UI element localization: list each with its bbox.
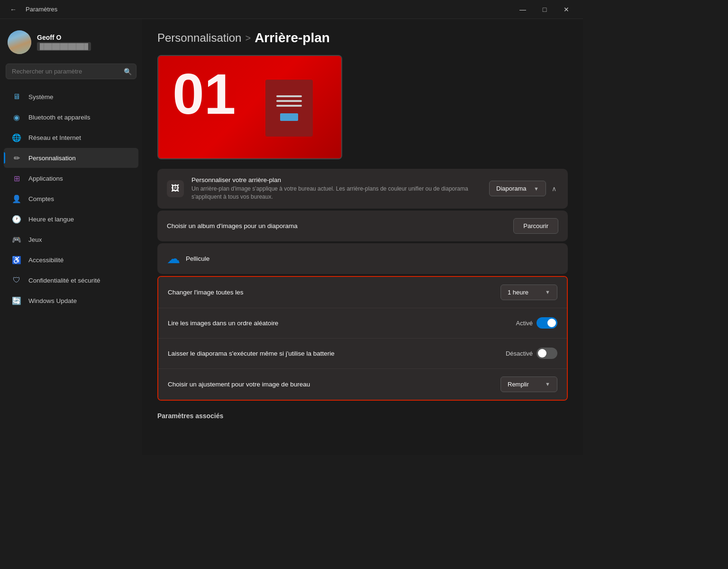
search-icon: 🔍 — [124, 68, 132, 75]
heure-icon: 🕐 — [11, 214, 22, 224]
album-panel: Choisir un album d'images pour un diapor… — [157, 211, 568, 241]
personnalisation-icon: ✏ — [11, 153, 22, 163]
breadcrumb-separator: > — [245, 33, 251, 44]
changer-image-label: Changer l'image toutes les — [168, 289, 500, 296]
dropdown-chevron-down: ▼ — [534, 186, 539, 192]
main-content: Personnalisation > Arrière-plan 01 🖼 — [142, 19, 583, 455]
sidebar-item-accessibilite[interactable]: ♿ Accessibilité — [4, 250, 138, 270]
sidebar-label-jeux: Jeux — [28, 236, 42, 243]
sidebar-item-reseau[interactable]: 🌐 Réseau et Internet — [4, 128, 138, 147]
sidebar-label-windows-update: Windows Update — [28, 297, 77, 304]
lire-aleatoire-status: Activé — [516, 320, 533, 327]
album-content: Choisir un album d'images pour un diapor… — [167, 222, 513, 229]
breadcrumb-parent[interactable]: Personnalisation — [157, 31, 241, 45]
sidebar-label-comptes: Comptes — [28, 195, 54, 202]
sidebar-item-jeux[interactable]: 🎮 Jeux — [4, 229, 138, 249]
album-control: Parcourir — [513, 218, 558, 234]
close-button[interactable]: ✕ — [555, 2, 577, 17]
sidebar-item-personnalisation[interactable]: ✏ Personnalisation — [4, 148, 138, 168]
sidebar-label-accessibilite: Accessibilité — [28, 257, 64, 264]
search-input[interactable] — [6, 64, 136, 79]
breadcrumb: Personnalisation > Arrière-plan — [157, 30, 568, 46]
ajustement-content: Choisir un ajustement pour votre image d… — [168, 381, 500, 388]
user-section: Geoff O ████████████ — [0, 27, 142, 64]
interval-chevron-down: ▼ — [545, 289, 550, 295]
toggle-thumb-off — [538, 349, 546, 358]
personalisation-panel: 🖼 Personnaliser votre arrière-plan Un ar… — [157, 169, 568, 209]
lire-aleatoire-content: Lire les images dans un ordre aléatoire — [168, 320, 516, 327]
lire-aleatoire-control: Activé — [516, 317, 557, 329]
sidebar-item-confidentialite[interactable]: 🛡 Confidentialité et sécurité — [4, 270, 138, 290]
dropdown-value: Diaporama — [496, 185, 527, 192]
sidebar-label-heure: Heure et langue — [28, 216, 74, 223]
sidebar-label-confidentialite: Confidentialité et sécurité — [28, 277, 100, 284]
systeme-icon: 🖥 — [11, 92, 22, 102]
image-interval-dropdown[interactable]: 1 heure ▼ — [500, 284, 557, 300]
lire-aleatoire-label: Lire les images dans un ordre aléatoire — [168, 320, 516, 327]
batterie-toggle[interactable] — [537, 348, 557, 359]
sidebar-item-applications[interactable]: ⊞ Applications — [4, 168, 138, 188]
browse-button[interactable]: Parcourir — [513, 218, 558, 234]
album-row: Choisir un album d'images pour un diapor… — [157, 211, 568, 241]
breadcrumb-current: Arrière-plan — [255, 30, 330, 46]
sidebar-item-heure[interactable]: 🕐 Heure et langue — [4, 209, 138, 229]
personalisation-desc: Un arrière-plan d'image s'applique à vot… — [191, 185, 489, 201]
expand-button[interactable]: ∧ — [550, 183, 558, 194]
maximize-button[interactable]: □ — [534, 2, 555, 17]
minimize-button[interactable]: — — [512, 2, 534, 17]
ajustement-label: Choisir un ajustement pour votre image d… — [168, 381, 500, 388]
pellicule-title: Pellicule — [186, 255, 558, 262]
wallpaper-preview: 01 — [157, 55, 342, 159]
confidentialite-icon: 🛡 — [11, 275, 22, 285]
jeux-icon: 🎮 — [11, 234, 22, 245]
preview-number: 01 — [173, 65, 236, 122]
personalisation-row: 🖼 Personnaliser votre arrière-plan Un ar… — [157, 169, 568, 209]
search-box[interactable]: 🔍 — [6, 64, 136, 79]
app-body: Geoff O ████████████ 🔍 🖥 Système ◉ Bluet… — [0, 19, 583, 455]
user-email: ████████████ — [37, 42, 91, 51]
notebook-line-2 — [276, 100, 301, 102]
user-info: Geoff O ████████████ — [37, 34, 91, 51]
changer-image-content: Changer l'image toutes les — [168, 289, 500, 296]
pellicule-panel: ☁ Pellicule — [157, 243, 568, 274]
sidebar-label-systeme: Système — [28, 93, 54, 101]
windows-update-icon: 🔄 — [11, 295, 22, 306]
avatar — [8, 30, 31, 54]
batterie-status: Désactivé — [506, 350, 533, 357]
pellicule-row: ☁ Pellicule — [157, 243, 568, 274]
user-name: Geoff O — [37, 34, 91, 41]
lire-aleatoire-toggle[interactable] — [537, 317, 557, 329]
notebook-line-1 — [276, 95, 301, 97]
background-type-dropdown[interactable]: Diaporama ▼ — [489, 181, 546, 196]
batterie-row: Laisser le diaporama s'exécuter même si … — [158, 339, 567, 369]
notebook-rect — [280, 113, 298, 121]
ajustement-dropdown[interactable]: Remplir ▼ — [500, 376, 557, 392]
sidebar: Geoff O ████████████ 🔍 🖥 Système ◉ Bluet… — [0, 19, 142, 455]
sidebar-item-systeme[interactable]: 🖥 Système — [4, 87, 138, 107]
highlight-box: Changer l'image toutes les 1 heure ▼ Lir… — [157, 276, 568, 401]
ajustement-control: Remplir ▼ — [500, 376, 557, 392]
sidebar-nav: 🖥 Système ◉ Bluetooth et appareils 🌐 Rés… — [0, 87, 142, 311]
album-title: Choisir un album d'images pour un diapor… — [167, 222, 513, 229]
app-title: Paramètres — [26, 6, 57, 13]
back-button[interactable]: ← — [6, 2, 21, 17]
comptes-icon: 👤 — [11, 193, 22, 204]
personalisation-control: Diaporama ▼ ∧ — [489, 181, 558, 196]
personalisation-content: Personnaliser votre arrière-plan Un arri… — [191, 176, 489, 201]
sidebar-item-bluetooth[interactable]: ◉ Bluetooth et appareils — [4, 107, 138, 127]
cloud-icon: ☁ — [167, 251, 180, 266]
titlebar-left: ← Paramètres — [6, 2, 57, 17]
personalisation-icon-box: 🖼 — [167, 180, 184, 197]
ajustement-row: Choisir un ajustement pour votre image d… — [158, 369, 567, 400]
sidebar-item-comptes[interactable]: 👤 Comptes — [4, 189, 138, 209]
sidebar-item-windows-update[interactable]: 🔄 Windows Update — [4, 291, 138, 311]
notebook-line-3 — [276, 105, 301, 107]
applications-icon: ⊞ — [11, 173, 22, 184]
batterie-label: Laisser le diaporama s'exécuter même si … — [168, 350, 506, 357]
personalisation-title: Personnaliser votre arrière-plan — [191, 176, 489, 184]
parametres-associes-title: Paramètres associés — [157, 412, 568, 420]
sidebar-label-reseau: Réseau et Internet — [28, 134, 81, 141]
toggle-thumb-on — [547, 319, 556, 327]
reseau-icon: 🌐 — [11, 132, 22, 143]
sidebar-label-personnalisation: Personnalisation — [28, 155, 76, 162]
